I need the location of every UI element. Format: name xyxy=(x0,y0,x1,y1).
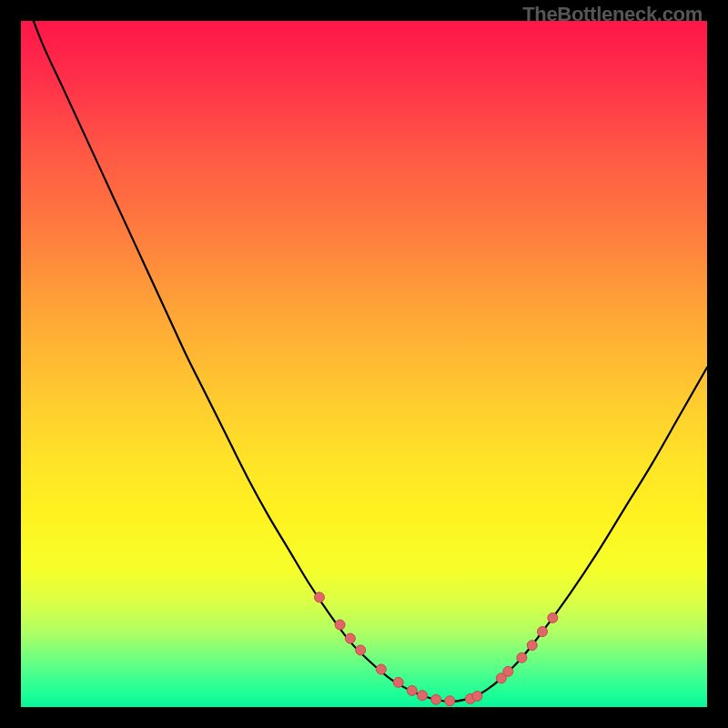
chart-svg xyxy=(21,21,707,707)
curve-marker xyxy=(538,627,548,637)
curve-marker xyxy=(517,652,527,662)
curve-marker xyxy=(445,696,455,706)
curve-marker xyxy=(418,691,428,701)
curve-marker xyxy=(335,620,345,630)
curve-marker xyxy=(356,645,366,655)
curve-marker xyxy=(407,685,417,695)
curve-markers xyxy=(314,592,557,706)
chart-container: { "watermark": "TheBottleneck.com", "plo… xyxy=(0,0,728,728)
curve-marker xyxy=(314,592,324,602)
bottleneck-curve xyxy=(21,0,707,702)
curve-marker xyxy=(503,666,513,676)
curve-marker xyxy=(548,612,558,622)
curve-marker xyxy=(393,677,403,687)
curve-marker xyxy=(431,694,441,704)
curve-marker xyxy=(527,641,537,651)
curve-marker xyxy=(376,664,386,674)
curve-marker xyxy=(345,633,355,643)
curve-marker xyxy=(472,691,482,701)
